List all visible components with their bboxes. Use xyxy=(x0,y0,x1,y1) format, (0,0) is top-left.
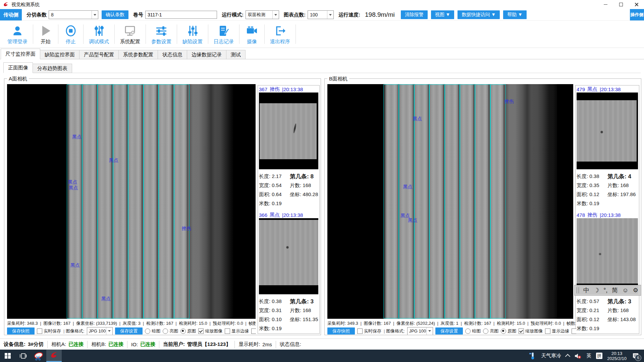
zoom-image-checkbox[interactable]: 缩放图像 xyxy=(519,328,543,334)
image-format-combobox[interactable]: JPG 100 xyxy=(407,327,433,335)
task-view-button[interactable] xyxy=(15,350,31,362)
original-image-radio[interactable]: 原图 xyxy=(501,328,516,334)
show-edge-checkbox[interactable]: 显示边缘 xyxy=(225,328,249,334)
tab-size-monitor[interactable]: 尺寸监控界面 xyxy=(1,49,40,59)
slit-count-combobox[interactable]: 8 xyxy=(49,10,98,19)
system-config-button[interactable]: 系统配置 xyxy=(115,22,146,47)
camera-icon xyxy=(245,24,259,38)
defect-settings-label: 缺陷设置 xyxy=(182,39,203,45)
zoom-image-checkbox[interactable]: 缩放图像 xyxy=(198,328,222,334)
parameter-settings-button[interactable]: 参数设置 xyxy=(146,22,177,47)
realtime-save-checkbox[interactable]: 实时保存 xyxy=(357,328,381,334)
start-button[interactable] xyxy=(0,350,15,362)
save-snapshot-button[interactable]: 保存快照 xyxy=(7,327,35,335)
image-format-combobox[interactable]: JPG 100 xyxy=(87,327,113,335)
defect-card: 479 黑点 |20:13:38 长度: 0.38 第几条: 4 宽度: 0.3… xyxy=(577,86,638,209)
debug-mode-button[interactable]: 调试模式 xyxy=(84,22,114,47)
strip-label: 第几条: xyxy=(290,298,309,305)
save-snapshot-button[interactable]: 保存快照 xyxy=(327,327,355,335)
save-settings-button[interactable]: 保存设置 xyxy=(435,327,463,335)
run-speed-value: 198.9m/mi xyxy=(362,11,397,18)
journal-pencil-icon xyxy=(217,24,231,38)
show-edge-checkbox[interactable]: 显示边缘 xyxy=(545,328,569,334)
roll-no-input[interactable] xyxy=(145,11,217,19)
tab-test[interactable]: 测试 xyxy=(226,50,246,59)
close-button[interactable] xyxy=(629,0,644,9)
status-message: 状态信息: xyxy=(276,341,307,348)
run-mode-combobox[interactable]: 双面检测 xyxy=(246,10,279,19)
tray-expand-icon[interactable] xyxy=(565,354,571,359)
maximize-button[interactable] xyxy=(613,0,629,9)
minimize-button[interactable] xyxy=(598,0,613,9)
language-indicator[interactable]: 英 xyxy=(586,353,591,359)
ime-toolbar[interactable]: 中 ☽ °, 简 ☺ ⚙ xyxy=(574,285,641,296)
save-settings-button[interactable]: 保存设置 xyxy=(115,327,143,335)
info-segment: 预处理耗时: 0.0 xyxy=(213,321,243,326)
original-image-radio[interactable]: 原图 xyxy=(180,328,196,334)
defect-overlay-label: 黑点 xyxy=(69,185,78,191)
moon-icon[interactable]: ☽ xyxy=(594,287,599,293)
operation-side-button[interactable]: 操作侧 xyxy=(630,9,644,20)
pinyin-ime-indicator[interactable]: 拼 xyxy=(596,353,602,359)
view-menu-button[interactable]: 视图 ▼ xyxy=(431,10,454,19)
dark-image-radio[interactable]: 暗图 xyxy=(465,328,481,334)
chart-points-combobox[interactable]: 100 xyxy=(308,10,334,19)
thermometer-icon[interactable] xyxy=(529,352,536,360)
start-button[interactable]: 开始 xyxy=(33,22,58,47)
transmission-side-button[interactable]: 传动侧 xyxy=(0,9,22,20)
stop-button[interactable]: 停止 xyxy=(58,22,83,47)
bright-image-radio[interactable]: 亮图 xyxy=(163,328,178,334)
emoji-icon[interactable]: ☺ xyxy=(622,287,628,293)
defect-stats: 长度: 2.17 第几条: 8 宽度: 0.54 片数: 168 面积: 0.6… xyxy=(259,169,318,209)
clear-alarm-button[interactable]: 清除报警 xyxy=(401,10,428,19)
notification-center-button[interactable]: 6 xyxy=(631,352,640,360)
ime-drag-handle[interactable] xyxy=(577,287,579,293)
camera-b-image[interactable]: 挫伤黑点黑点黑点黑点 xyxy=(327,84,573,319)
data-quick-access-menu-button[interactable]: 数据快捷访问 ▼ xyxy=(458,10,500,19)
defect-settings-button[interactable]: 缺陷设置 xyxy=(177,22,208,47)
info-segment: 灰度值: 1 xyxy=(440,321,458,326)
info-segment: 帧数: 1966 xyxy=(249,321,256,326)
defect-thumbnail[interactable] xyxy=(259,218,318,294)
bright-image-radio[interactable]: 亮图 xyxy=(483,328,498,334)
defect-thumbnail[interactable] xyxy=(577,218,638,294)
camera-a-image[interactable]: 黑点黑点黑点黑点挫伤黑点黑点 xyxy=(7,84,256,319)
punctuation-mode-button[interactable]: °, xyxy=(603,287,607,293)
vision-app-taskbar-button[interactable] xyxy=(46,350,62,362)
video-capture-button[interactable]: 摄像 xyxy=(239,22,264,47)
tab-edge-data-record[interactable]: 边缘数据记录 xyxy=(187,50,226,59)
defect-type: 挫伤 xyxy=(270,86,280,93)
defect-thumbnail[interactable] xyxy=(577,93,638,169)
bright-image-label: 亮图 xyxy=(490,328,498,334)
window-controls xyxy=(598,0,644,9)
show-strips-checkbox[interactable]: 显示条数 xyxy=(251,328,256,334)
show-strips-checkbox[interactable]: 显示条数 xyxy=(572,328,576,334)
tab-defect-monitor[interactable]: 缺陷监控界面 xyxy=(40,50,79,59)
admin-login-button[interactable]: 管理登录 xyxy=(2,22,33,47)
tab-system-param-config[interactable]: 系统参数配置 xyxy=(118,50,158,59)
tab-product-model-config[interactable]: 产品型号配置 xyxy=(79,50,119,59)
taskbar-clock[interactable]: 20:13 2025/2/10 xyxy=(607,351,627,361)
weather-status[interactable]: 天气寒冷 xyxy=(541,353,561,359)
exit-program-button[interactable]: 退出程序 xyxy=(265,22,296,47)
width-value: 0.35 xyxy=(589,182,599,188)
defect-overlay-label: 黑点 xyxy=(109,158,118,164)
dark-image-radio[interactable]: 暗图 xyxy=(145,328,160,334)
chinese-mode-button[interactable]: 中 xyxy=(583,287,589,293)
gear-icon[interactable]: ⚙ xyxy=(633,287,638,293)
h-sliders-icon xyxy=(154,24,168,38)
simplified-chinese-button[interactable]: 简 xyxy=(612,287,618,293)
snipping-tool-taskbar-button[interactable] xyxy=(31,350,46,362)
tab-front-image[interactable]: 正面图像 xyxy=(3,62,33,73)
help-menu-button[interactable]: 帮助 ▼ xyxy=(503,10,527,19)
tab-distribution-trend-chart[interactable]: 分布趋势图表 xyxy=(33,64,72,73)
strip-value: 3 xyxy=(628,298,631,305)
tab-status-info[interactable]: 状态信息 xyxy=(158,50,187,59)
icon-toolbar: 管理登录 开始 停止 调试模式 xyxy=(0,21,644,48)
defect-thumbnail[interactable] xyxy=(259,93,318,169)
speaker-muted-icon[interactable] xyxy=(574,353,582,359)
realtime-save-checkbox[interactable]: 实时保存 xyxy=(37,328,61,334)
log-record-button[interactable]: 日志记录 xyxy=(208,22,239,47)
confirm-count-button[interactable]: 确认条数 xyxy=(102,10,128,19)
radio-icon xyxy=(163,328,168,334)
